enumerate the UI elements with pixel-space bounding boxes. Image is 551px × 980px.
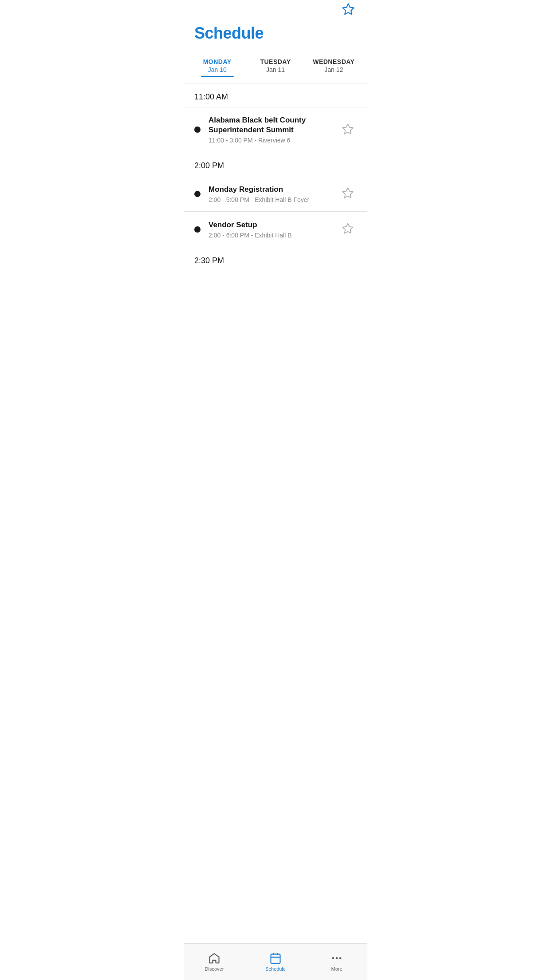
event-details-2: 2:00 - 5:00 PM - Exhibit Hall B Foyer: [209, 196, 335, 203]
tab-tuesday[interactable]: TUESDAY Jan 11: [246, 50, 304, 79]
status-bar: [184, 0, 367, 20]
event-title-3: Vendor Setup: [209, 220, 335, 230]
event-title-1: Alabama Black belt County Superintendent…: [209, 115, 335, 135]
event-details-3: 2:00 - 6:00 PM - Exhibit Hall B: [209, 232, 335, 239]
svg-marker-2: [342, 188, 353, 198]
page-title-section: Schedule: [184, 20, 367, 50]
tab-wednesday[interactable]: WEDNESDAY Jan 12: [305, 50, 363, 79]
event-item-3[interactable]: Vendor Setup 2:00 - 6:00 PM - Exhibit Ha…: [184, 212, 367, 247]
event-title-2: Monday Registration: [209, 185, 335, 194]
event-info-3: Vendor Setup 2:00 - 6:00 PM - Exhibit Ha…: [209, 220, 335, 239]
schedule-content: 11:00 AM Alabama Black belt County Super…: [184, 83, 367, 307]
event-info-1: Alabama Black belt County Superintendent…: [209, 115, 335, 144]
page-title: Schedule: [194, 24, 357, 43]
svg-marker-3: [342, 224, 353, 233]
event-details-1: 11:00 - 3:00 PM - Riverview 6: [209, 137, 335, 144]
event-favorite-button-2[interactable]: [339, 184, 357, 203]
tab-active-indicator: [201, 76, 234, 77]
event-item-2[interactable]: Monday Registration 2:00 - 5:00 PM - Exh…: [184, 176, 367, 211]
event-dot-3: [194, 226, 201, 233]
time-section-230: 2:30 PM: [184, 247, 367, 271]
header-favorite-button[interactable]: [338, 0, 358, 21]
divider-230: [184, 271, 367, 271]
time-section-200: 2:00 PM: [184, 152, 367, 176]
time-section-1100: 11:00 AM: [184, 83, 367, 107]
svg-marker-1: [342, 124, 353, 134]
event-item-1[interactable]: Alabama Black belt County Superintendent…: [184, 107, 367, 152]
day-tabs: MONDAY Jan 10 TUESDAY Jan 11 WEDNESDAY J…: [184, 50, 367, 83]
event-dot-1: [194, 126, 201, 133]
time-label-200: 2:00 PM: [194, 161, 357, 176]
tab-monday[interactable]: MONDAY Jan 10: [188, 50, 246, 83]
time-label-230: 2:30 PM: [194, 256, 357, 271]
event-info-2: Monday Registration 2:00 - 5:00 PM - Exh…: [209, 185, 335, 203]
event-favorite-button-1[interactable]: [339, 120, 357, 139]
event-favorite-button-3[interactable]: [339, 220, 357, 239]
event-dot-2: [194, 191, 201, 197]
time-label-1100: 11:00 AM: [194, 92, 357, 107]
svg-marker-0: [343, 4, 354, 14]
